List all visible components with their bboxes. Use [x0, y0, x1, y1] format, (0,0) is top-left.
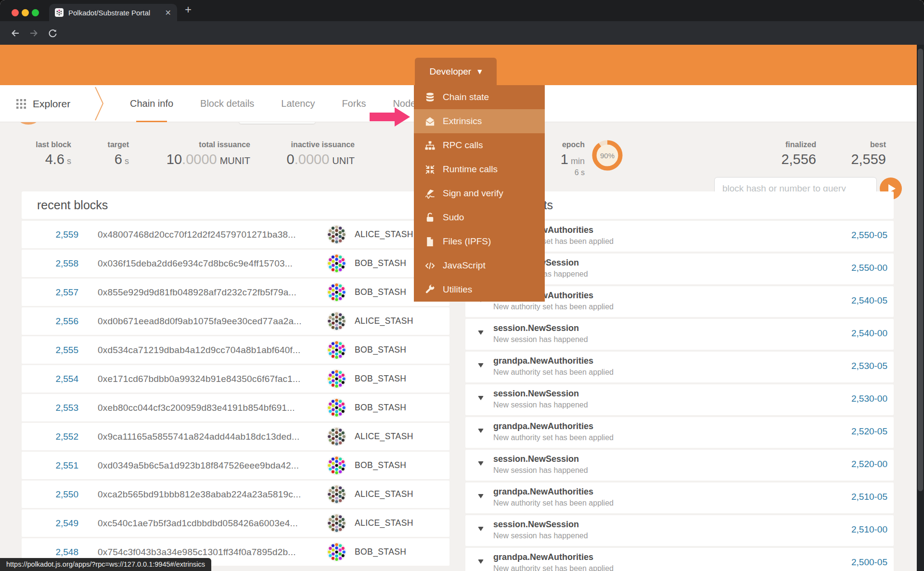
stat-finalized: finalized 2,556	[758, 140, 816, 167]
event-id-link[interactable]: 2,540-05	[851, 295, 887, 306]
chevron-down-icon[interactable]	[478, 396, 484, 400]
block-author: ALICE_STASH	[355, 431, 413, 442]
back-icon[interactable]	[10, 27, 21, 39]
event-id-link[interactable]: 2,540-00	[851, 328, 887, 339]
chevron-down-icon[interactable]	[478, 330, 484, 335]
chevron-down-icon[interactable]	[478, 429, 484, 433]
chevron-down-icon[interactable]	[478, 363, 484, 368]
block-author: BOB_STASH	[355, 547, 406, 557]
block-row: 2,5510xd0349a5b6c5a1d923b18f847526eee9bd…	[22, 452, 449, 479]
block-number-link[interactable]: 2,553	[22, 403, 78, 413]
block-row: 2,5530xeb80cc044cf3c200959d83e4191b854bf…	[22, 394, 449, 421]
tab-close-icon[interactable]: ✕	[165, 8, 171, 17]
author-identicon[interactable]	[327, 340, 346, 360]
author-identicon[interactable]	[327, 484, 346, 504]
event-id-link[interactable]: 2,520-00	[851, 459, 887, 469]
block-author: BOB_STASH	[355, 345, 406, 355]
event-row: grandpa.NewAuthoritiesNew authority set …	[465, 417, 894, 448]
menu-item-label: Utilities	[443, 284, 472, 295]
code-icon	[424, 260, 436, 271]
event-id-link[interactable]: 2,500-05	[851, 557, 887, 568]
tab-latency[interactable]: Latency	[281, 85, 315, 122]
block-number-link[interactable]: 2,554	[22, 374, 78, 384]
block-hash: 0xc540c1ae7b5f3ad1cdbbdbd058426a6003e4..…	[98, 518, 298, 529]
menu-item-utilities[interactable]: Utilities	[414, 278, 545, 302]
block-row: 2,5540xe171cd67bdbb0a99324b91e84350c6f67…	[22, 365, 449, 393]
maximize-window-button[interactable]	[32, 9, 39, 16]
author-identicon[interactable]	[327, 542, 346, 562]
nav-developer[interactable]: Developer▼	[415, 58, 497, 85]
author-identicon[interactable]	[327, 311, 346, 331]
event-id-link[interactable]: 2,510-00	[851, 524, 887, 535]
event-name: session.NewSession	[493, 520, 579, 530]
envelope-open-icon	[424, 116, 436, 127]
browser-tab[interactable]: Polkadot/Substrate Portal ✕	[49, 4, 177, 21]
author-identicon[interactable]	[327, 369, 346, 389]
recent-blocks-title: recent blocks	[37, 198, 108, 212]
menu-item-extrinsics[interactable]: Extrinsics	[414, 109, 545, 133]
block-author: BOB_STASH	[355, 258, 406, 268]
chevron-down-icon[interactable]	[478, 461, 484, 466]
annotation-arrow-icon	[370, 107, 410, 127]
author-identicon[interactable]	[327, 398, 346, 418]
event-row: grandpa.NewAuthoritiesNew authority set …	[465, 482, 894, 513]
block-number-link[interactable]: 2,556	[22, 316, 78, 327]
block-number-link[interactable]: 2,555	[22, 345, 78, 355]
menu-item-sign-and-verify[interactable]: Sign and verify	[414, 181, 545, 205]
event-id-link[interactable]: 2,550-00	[851, 263, 887, 273]
unlock-icon	[424, 212, 436, 223]
menu-item-sudo[interactable]: Sudo	[414, 205, 545, 229]
event-id-link[interactable]: 2,530-05	[851, 361, 887, 371]
minimize-window-button[interactable]	[22, 9, 29, 16]
author-identicon[interactable]	[327, 282, 346, 302]
epoch-progress-donut: 90%	[591, 139, 624, 172]
menu-item-chain-state[interactable]: Chain state	[414, 85, 545, 109]
block-number-link[interactable]: 2,551	[22, 460, 78, 471]
menu-item-label: Chain state	[443, 92, 489, 102]
block-number-link[interactable]: 2,559	[22, 229, 78, 240]
block-number-link[interactable]: 2,552	[22, 431, 78, 442]
author-identicon[interactable]	[327, 513, 346, 533]
tab-chain-info[interactable]: Chain info	[130, 85, 173, 122]
forward-icon[interactable]	[28, 27, 39, 39]
browser-toolbar: polkadot.js.org/apps/?rpc=ws://127.0.0.1…	[0, 21, 924, 45]
author-identicon[interactable]	[327, 456, 346, 475]
block-number-link[interactable]: 2,549	[22, 518, 78, 529]
block-row: 2,5550xd534ca71219dbab4a12d9cc704a8b1abf…	[22, 336, 449, 364]
event-id-link[interactable]: 2,510-05	[851, 492, 887, 502]
menu-item-rpc-calls[interactable]: RPC calls	[414, 133, 545, 157]
tab-title: Polkadot/Substrate Portal	[68, 9, 161, 17]
close-window-button[interactable]	[12, 9, 19, 16]
menu-item-javascript[interactable]: JavaScript	[414, 254, 545, 278]
tab-block-details[interactable]: Block details	[200, 85, 254, 122]
scrollbar-thumb[interactable]	[918, 49, 923, 491]
block-hash: 0xd0349a5b6c5a1d923b18f847526eee9bda42..…	[98, 460, 299, 471]
block-number-link[interactable]: 2,557	[22, 287, 78, 298]
event-id-link[interactable]: 2,520-05	[851, 426, 887, 437]
menu-item-runtime-calls[interactable]: Runtime calls	[414, 157, 545, 181]
author-identicon[interactable]	[327, 225, 346, 244]
block-number-link[interactable]: 2,558	[22, 258, 78, 269]
menu-item-files-ipfs[interactable]: Files (IPFS)	[414, 229, 545, 254]
chevron-down-icon[interactable]	[478, 559, 484, 564]
author-identicon[interactable]	[327, 254, 346, 273]
block-hash: 0x754c3f043b3a34e985c1301ff34f0a7895d2b.…	[98, 547, 296, 558]
block-number-link[interactable]: 2,550	[22, 489, 78, 500]
author-identicon[interactable]	[327, 427, 346, 446]
event-id-link[interactable]: 2,530-00	[851, 393, 887, 404]
block-author: BOB_STASH	[355, 374, 406, 384]
chevron-down-icon[interactable]	[478, 527, 484, 531]
tab-forks[interactable]: Forks	[342, 85, 366, 122]
epoch-percent-label: 90%	[600, 152, 615, 160]
block-number-link[interactable]: 2,548	[22, 547, 78, 558]
browser-tab-bar: Polkadot/Substrate Portal ✕ +	[0, 0, 924, 21]
event-row: session.NewSessionNew session has happen…	[465, 450, 894, 481]
page-scrollbar[interactable]	[917, 45, 924, 571]
new-tab-button[interactable]: +	[185, 3, 192, 16]
status-link-preview: https://polkadot.js.org/apps/?rpc=ws://1…	[0, 558, 211, 571]
menu-item-label: JavaScript	[443, 260, 486, 271]
reload-icon[interactable]	[47, 27, 58, 39]
chevron-down-icon[interactable]	[478, 494, 484, 498]
event-row: session.NewSessionNew session has happen…	[465, 515, 894, 546]
event-id-link[interactable]: 2,550-05	[851, 230, 887, 241]
